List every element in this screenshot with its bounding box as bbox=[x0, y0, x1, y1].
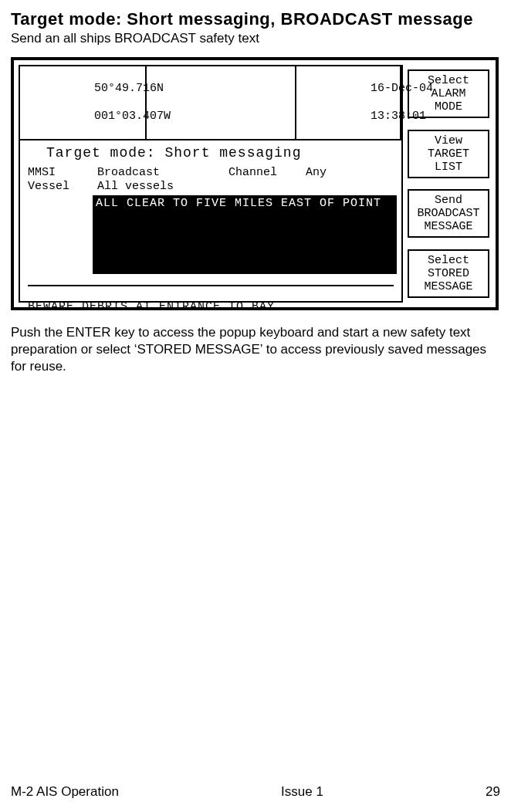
ellipsis: ... bbox=[371, 300, 394, 314]
softkey-select-alarm-mode[interactable]: Select ALARM MODE bbox=[408, 69, 489, 118]
fields-block: MMSI Broadcast Channel Any Vessel All ve… bbox=[20, 166, 401, 194]
stored-message-text: BEWARE DEBRIS AT ENTRANCE TO BAY bbox=[28, 300, 275, 314]
status-spacer bbox=[147, 66, 296, 140]
page-subtitle: Send an all ships BROADCAST safety text bbox=[11, 31, 500, 46]
mmsi-label: MMSI bbox=[28, 166, 97, 180]
page-footer: M-2 AIS Operation Issue 1 29 bbox=[11, 784, 500, 800]
footer-center: Issue 1 bbox=[281, 784, 323, 800]
mode-line: Target mode: Short messaging bbox=[20, 141, 401, 166]
instruction-text: Push the ENTER key to access the popup k… bbox=[11, 324, 499, 375]
footer-right: 29 bbox=[486, 784, 500, 800]
device-frame: 50°49.716N 001°03.407W 16-Dec-04 13:38:0… bbox=[11, 57, 499, 310]
lcd-screen: 50°49.716N 001°03.407W 16-Dec-04 13:38:0… bbox=[19, 65, 403, 303]
coords-cell: 50°49.716N 001°03.407W bbox=[20, 66, 147, 140]
compose-text-box[interactable]: ALL CLEAR TO FIVE MILES EAST OF POINT bbox=[93, 195, 397, 274]
channel-label: Channel bbox=[228, 166, 306, 180]
footer-left: M-2 AIS Operation bbox=[11, 784, 119, 800]
vessel-value: All vessels bbox=[97, 180, 174, 194]
channel-value: Any bbox=[306, 166, 327, 180]
softkey-column: Select ALARM MODE View TARGET LIST Send … bbox=[408, 69, 489, 298]
datetime-cell: 16-Dec-04 13:38:01 bbox=[296, 66, 401, 140]
status-bar: 50°49.716N 001°03.407W 16-Dec-04 13:38:0… bbox=[20, 66, 401, 141]
mmsi-value: Broadcast bbox=[97, 166, 228, 180]
vessel-label: Vessel bbox=[28, 180, 97, 194]
softkey-send-broadcast-message[interactable]: Send BROADCAST MESSAGE bbox=[408, 189, 489, 238]
softkey-select-stored-message[interactable]: Select STORED MESSAGE bbox=[408, 249, 489, 298]
softkey-view-target-list[interactable]: View TARGET LIST bbox=[408, 130, 489, 178]
page-title: Target mode: Short messaging, BROADCAST … bbox=[11, 9, 500, 29]
stored-message-preview: BEWARE DEBRIS AT ENTRANCE TO BAY ... bbox=[20, 286, 401, 314]
